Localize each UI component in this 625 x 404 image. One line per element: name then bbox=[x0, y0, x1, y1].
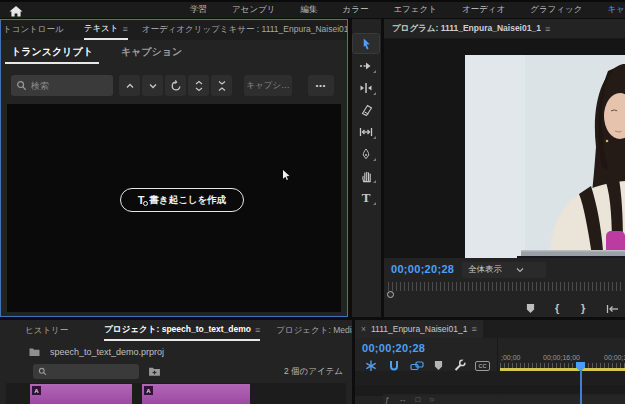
workspace-tab-assembly[interactable]: アセンブリ bbox=[232, 4, 276, 16]
search-input[interactable] bbox=[31, 81, 108, 91]
replace-refresh-button[interactable] bbox=[165, 75, 186, 96]
project-items-strip: A A bbox=[6, 383, 346, 404]
mouse-cursor bbox=[283, 170, 290, 180]
project-breadcrumb[interactable]: speech_to_text_demo.prproj bbox=[28, 347, 164, 357]
add-marker-icon[interactable] bbox=[434, 360, 443, 371]
scrubber-playhead-knob[interactable] bbox=[387, 291, 394, 298]
video-frame bbox=[465, 55, 625, 258]
workspace-tab-edit[interactable]: 編集 bbox=[301, 4, 318, 16]
razor-icon bbox=[360, 104, 373, 116]
previous-segment-button[interactable] bbox=[119, 75, 140, 96]
track-select-icon bbox=[359, 60, 373, 72]
premiere-file-badge-icon: A bbox=[144, 386, 153, 395]
track-header-icons[interactable]: ƒ ↔ □ ○ bbox=[383, 394, 625, 404]
type-tool-icon: T bbox=[362, 191, 371, 204]
mark-out-icon[interactable]: } bbox=[581, 302, 585, 314]
chevron-up-icon bbox=[125, 81, 135, 91]
slip-icon bbox=[359, 126, 373, 138]
program-timecode[interactable]: 00;00;20;28 bbox=[391, 263, 454, 275]
project-search-box[interactable] bbox=[33, 364, 139, 379]
video-content-person bbox=[465, 55, 625, 258]
tool-razor[interactable] bbox=[353, 100, 379, 119]
program-monitor-tab[interactable]: プログラム: 1111_Enpura_Naisei01_1 bbox=[392, 19, 541, 38]
transcript-search-box[interactable] bbox=[11, 75, 113, 96]
tab-effect-controls[interactable]: トコントロール bbox=[1, 20, 64, 40]
sequence-thumbnail[interactable]: A bbox=[142, 384, 250, 404]
subtab-transcript[interactable]: トランスクリプト bbox=[5, 41, 99, 64]
tools-panel: T bbox=[352, 19, 381, 317]
tool-selection[interactable] bbox=[353, 34, 379, 53]
create-captions-button[interactable]: キャプシ… bbox=[244, 75, 292, 96]
text-panel-subtabs: トランスクリプト キャプション bbox=[1, 40, 347, 64]
go-to-in-icon[interactable] bbox=[606, 304, 619, 314]
track-row-v1[interactable] bbox=[355, 371, 625, 385]
more-options-button[interactable]: ••• bbox=[308, 75, 334, 96]
workspace-tab-color[interactable]: カラー bbox=[343, 4, 369, 16]
tool-track-select[interactable] bbox=[353, 56, 379, 75]
fx-icon: ƒ bbox=[385, 395, 389, 404]
tab-history[interactable]: ヒストリー bbox=[25, 320, 68, 341]
workspace-tab-learn[interactable]: 学習 bbox=[190, 4, 207, 16]
workspace-bar: 学習 アセンブリ 編集 カラー エフェクト オーディオ グラフィック キャプショ… bbox=[0, 0, 625, 18]
text-panel: トコントロール テキスト ≡ オーディオクリップミキサー : 1111_Enpu… bbox=[0, 19, 348, 317]
add-marker-icon[interactable] bbox=[526, 303, 535, 314]
tab-project-2[interactable]: プロジェクト: Mediareplacement bbox=[276, 320, 352, 341]
keyframe-box-icon: □ bbox=[415, 395, 420, 404]
ripple-edit-icon bbox=[359, 82, 373, 94]
text-panel-tab-bar: トコントロール テキスト ≡ オーディオクリップミキサー : 1111_Enpu… bbox=[1, 20, 347, 40]
timeline-ruler[interactable]: ;00;00 00;00;16;00 00;00;32 bbox=[498, 338, 625, 371]
chevron-down-icon bbox=[148, 81, 158, 91]
pen-icon bbox=[360, 147, 372, 161]
workspace-tab-captions[interactable]: キャプション bbox=[607, 4, 625, 16]
workspace-tab-graphics[interactable]: グラフィック bbox=[530, 4, 582, 16]
premiere-file-badge-icon: A bbox=[32, 386, 41, 395]
sequence-tab[interactable]: × 1111_Enpura_Naisei01_1 ≡ bbox=[355, 320, 483, 338]
mark-in-icon[interactable]: { bbox=[555, 302, 559, 314]
stretch-icon: ↔ bbox=[398, 395, 406, 404]
timeline-timecode[interactable]: 00;00;20;28 bbox=[362, 342, 425, 354]
panel-menu-icon[interactable]: ≡ bbox=[255, 325, 260, 335]
next-segment-button[interactable] bbox=[142, 75, 163, 96]
subtab-captions[interactable]: キャプション bbox=[121, 45, 182, 59]
workspace-tab-effects[interactable]: エフェクト bbox=[393, 4, 437, 16]
project-search-input[interactable] bbox=[51, 367, 134, 377]
panel-menu-icon[interactable]: ≡ bbox=[545, 24, 550, 34]
collapse-all-button[interactable] bbox=[211, 75, 232, 96]
panel-menu-icon[interactable]: ≡ bbox=[471, 324, 476, 334]
program-monitor-panel: プログラム: 1111_Enpura_Naisei01_1 ≡ bbox=[384, 19, 625, 317]
transcript-empty-area: T 書き起こしを作成 bbox=[7, 104, 341, 312]
panel-menu-icon[interactable]: ≡ bbox=[123, 24, 128, 34]
tool-slip[interactable] bbox=[353, 122, 379, 141]
expand-all-button[interactable] bbox=[188, 75, 209, 96]
item-count-label: 2 個のアイテム bbox=[284, 366, 343, 378]
zoom-level-select[interactable]: 全体表示 bbox=[462, 262, 546, 278]
search-icon bbox=[38, 367, 47, 376]
captions-track-icon[interactable]: CC bbox=[475, 361, 490, 371]
zoom-track-icon: ○ bbox=[429, 395, 434, 404]
tool-ripple-edit[interactable] bbox=[353, 78, 379, 97]
new-bin-icon[interactable] bbox=[148, 366, 161, 377]
expand-icon bbox=[194, 80, 204, 92]
search-icon bbox=[16, 80, 27, 91]
tool-pen[interactable] bbox=[353, 144, 379, 163]
video-stage bbox=[384, 39, 625, 258]
close-icon[interactable]: × bbox=[361, 324, 366, 334]
transcribe-icon: T bbox=[138, 195, 145, 206]
tab-project-active[interactable]: プロジェクト: speech_to_text_demo ≡ bbox=[104, 320, 260, 341]
hand-icon bbox=[360, 169, 373, 183]
program-scrubber-ruler[interactable] bbox=[388, 282, 622, 291]
refresh-icon bbox=[170, 80, 182, 92]
premiere-app-window: 学習 アセンブリ 編集 カラー エフェクト オーディオ グラフィック キャプショ… bbox=[0, 0, 625, 404]
create-transcript-button[interactable]: T 書き起こしを作成 bbox=[120, 188, 244, 212]
timeline-panel: × 1111_Enpura_Naisei01_1 ≡ 00;00;20;28 C… bbox=[355, 320, 625, 404]
selection-arrow-icon bbox=[360, 37, 373, 51]
playhead-line bbox=[580, 370, 582, 404]
workspace-tab-audio[interactable]: オーディオ bbox=[462, 4, 505, 16]
chevron-down-icon bbox=[516, 267, 524, 273]
sequence-thumbnail[interactable]: A bbox=[30, 384, 132, 404]
tab-audio-clip-mixer[interactable]: オーディオクリップミキサー : 1111_Enpura_Naisei01_1 bbox=[142, 20, 348, 40]
tool-type[interactable]: T bbox=[353, 188, 379, 207]
tool-hand[interactable] bbox=[353, 166, 379, 185]
tab-text[interactable]: テキスト ≡ bbox=[84, 20, 128, 40]
home-icon[interactable] bbox=[9, 6, 23, 17]
